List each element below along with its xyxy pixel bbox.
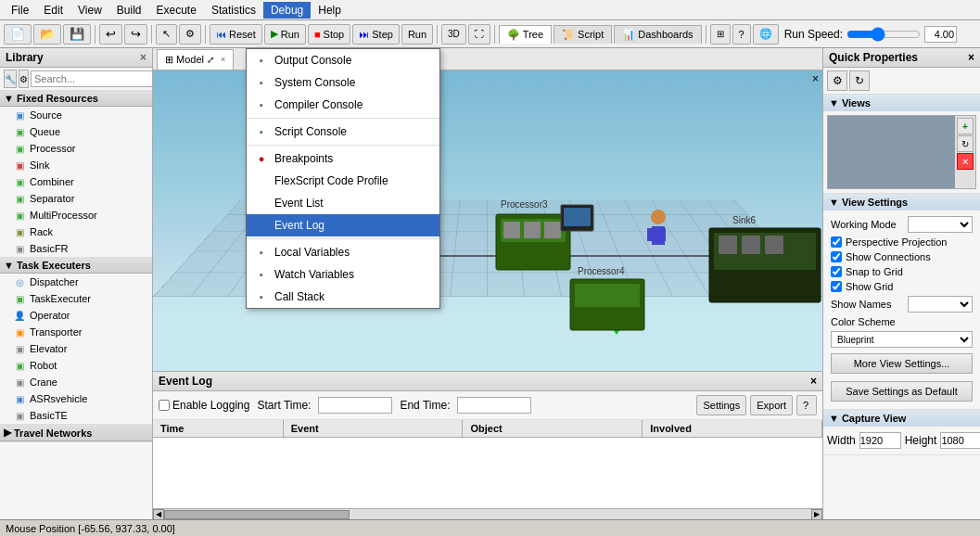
open-button[interactable]: 📂 xyxy=(33,24,61,45)
menu-view[interactable]: View xyxy=(70,2,109,19)
library-item-asrsvehicle[interactable]: ▣ ASRsvehicle xyxy=(0,390,152,407)
task-executers-header[interactable]: ▼ Task Executers xyxy=(0,258,152,274)
more-view-settings-btn[interactable]: More View Settings... xyxy=(831,353,973,374)
menu-debug[interactable]: Debug xyxy=(263,2,311,19)
run-button[interactable]: ▶ Run xyxy=(264,24,306,45)
views-delete-btn[interactable]: ✕ xyxy=(957,153,974,170)
pointer-button[interactable]: ↖ xyxy=(156,24,177,45)
library-item-multiprocessor[interactable]: ▣ MultiProcessor xyxy=(0,207,152,223)
scroll-track[interactable] xyxy=(164,510,811,519)
qp-refresh-btn[interactable]: ↻ xyxy=(849,70,870,91)
call-stack-item[interactable]: ▪ Call Stack xyxy=(247,286,439,308)
library-item-dispatcher[interactable]: ◎ Dispatcher xyxy=(0,274,152,290)
speed-slider[interactable] xyxy=(846,28,921,41)
watch-variables-item[interactable]: ▪ Watch Variables xyxy=(247,263,439,286)
help-event-log-btn[interactable]: ? xyxy=(796,395,817,415)
save-button[interactable]: 💾 xyxy=(63,24,91,45)
compiler-console-item[interactable]: ▪ Compiler Console xyxy=(247,94,439,116)
run2-button[interactable]: Run xyxy=(401,24,433,45)
scroll-left-btn[interactable]: ◀ xyxy=(153,509,164,520)
menu-build[interactable]: Build xyxy=(109,2,149,19)
3d-button2[interactable]: ⛶ xyxy=(468,24,490,45)
travel-networks-header[interactable]: ▶ Travel Networks xyxy=(0,425,152,441)
settings-button[interactable]: Settings xyxy=(696,395,746,415)
views-refresh-btn[interactable]: ↻ xyxy=(957,135,974,152)
library-item-taskexecuter[interactable]: ▣ TaskExecuter xyxy=(0,290,152,307)
perspective-checkbox[interactable] xyxy=(831,236,842,248)
capture-view-section-header[interactable]: ▼ Capture View xyxy=(823,410,980,427)
library-item-elevator[interactable]: ▣ Elevator xyxy=(0,340,152,357)
snap-to-grid-checkbox[interactable] xyxy=(831,266,842,277)
redo-button[interactable]: ↪ xyxy=(124,24,147,45)
menu-help[interactable]: Help xyxy=(311,2,349,19)
views-main[interactable] xyxy=(828,116,955,188)
color-scheme-dropdown[interactable]: Blueprint xyxy=(831,331,973,348)
new-button[interactable]: 📄 xyxy=(4,24,32,45)
menu-edit[interactable]: Edit xyxy=(36,2,70,19)
layout-button[interactable]: ⊞ xyxy=(710,24,731,45)
lib-icon-btn1[interactable]: 🔧 xyxy=(4,70,17,88)
library-search[interactable] xyxy=(31,70,153,87)
library-item-sink[interactable]: ▣ Sink xyxy=(0,157,152,173)
tree-tab[interactable]: 🌳 Tree xyxy=(499,25,552,44)
model-tab-close-icon[interactable]: × xyxy=(221,55,225,64)
library-close[interactable]: × xyxy=(140,51,146,64)
qp-settings-btn[interactable]: ⚙ xyxy=(827,70,847,91)
event-log-item[interactable]: Event Log xyxy=(247,214,439,236)
reset-button[interactable]: ⏮ Reset xyxy=(210,24,262,45)
fixed-resources-header[interactable]: ▼ Fixed Resources xyxy=(0,91,152,107)
scroll-right-btn[interactable]: ▶ xyxy=(811,509,822,520)
show-grid-checkbox[interactable] xyxy=(831,281,842,292)
working-mode-dropdown[interactable] xyxy=(908,216,973,233)
dashboards-tab[interactable]: 📊 Dashboards xyxy=(614,25,701,44)
horizontal-scrollbar[interactable]: ◀ ▶ xyxy=(153,508,822,519)
qp-close[interactable]: × xyxy=(968,51,974,64)
export-button[interactable]: Export xyxy=(750,395,793,415)
lib-icon-btn2[interactable]: ⚙ xyxy=(19,70,29,88)
library-item-basicfr[interactable]: ▣ BasicFR xyxy=(0,240,152,257)
library-item-source[interactable]: ▣ Source xyxy=(0,107,152,123)
end-time-input[interactable] xyxy=(457,397,531,414)
stop-button[interactable]: ■ Stop xyxy=(308,24,350,45)
scroll-thumb[interactable] xyxy=(164,510,350,519)
library-item-queue[interactable]: ▣ Queue xyxy=(0,123,152,140)
menu-statistics[interactable]: Statistics xyxy=(204,2,263,19)
library-item-crane[interactable]: ▣ Crane xyxy=(0,374,152,390)
library-item-processor[interactable]: ▣ Processor xyxy=(0,140,152,157)
library-item-transporter[interactable]: ▣ Transporter xyxy=(0,324,152,340)
local-variables-item[interactable]: ▪ Local Variables xyxy=(247,241,439,263)
library-item-separator[interactable]: ▣ Separator xyxy=(0,190,152,207)
undo-button[interactable]: ↩ xyxy=(99,24,122,45)
start-time-input[interactable] xyxy=(318,397,392,414)
flexscript-profile-item[interactable]: FlexScript Code Profile xyxy=(247,170,439,192)
viewport-close-btn[interactable]: × xyxy=(812,72,819,85)
views-add-btn[interactable]: + xyxy=(957,118,974,134)
event-list-item[interactable]: Event List xyxy=(247,192,439,214)
width-input[interactable] xyxy=(859,432,901,449)
menu-file[interactable]: File xyxy=(4,2,36,19)
output-console-item[interactable]: ▪ Output Console xyxy=(247,49,439,71)
library-item-rack[interactable]: ▣ Rack xyxy=(0,223,152,240)
help-button[interactable]: ? xyxy=(732,24,751,45)
menu-execute[interactable]: Execute xyxy=(149,2,204,19)
library-item-combiner[interactable]: ▣ Combiner xyxy=(0,173,152,190)
3d-button1[interactable]: 3D xyxy=(441,24,466,45)
library-item-basicte[interactable]: ▣ BasicTE xyxy=(0,407,152,424)
model-tab[interactable]: ⊞ Model ⤢ × xyxy=(157,49,234,70)
step-button[interactable]: ⏭ Step xyxy=(352,24,400,45)
height-input[interactable] xyxy=(940,432,980,449)
show-connections-checkbox[interactable] xyxy=(831,251,842,262)
script-console-item[interactable]: ▪ Script Console xyxy=(247,121,439,143)
library-item-operator[interactable]: 👤 Operator xyxy=(0,307,152,324)
show-names-dropdown[interactable] xyxy=(908,296,973,313)
enable-logging-checkbox[interactable] xyxy=(159,400,170,411)
build-mode-button[interactable]: ⚙ xyxy=(179,24,201,45)
script-tab[interactable]: 📜 Script xyxy=(554,25,612,44)
library-item-robot[interactable]: ▣ Robot xyxy=(0,357,152,374)
web-button[interactable]: 🌐 xyxy=(753,24,779,45)
breakpoints-item[interactable]: ● Breakpoints xyxy=(247,147,439,170)
save-settings-btn[interactable]: Save Settings as Default xyxy=(831,381,973,402)
views-section-header[interactable]: ▼ Views xyxy=(823,95,980,111)
speed-value[interactable] xyxy=(924,26,957,43)
system-console-item[interactable]: ▪ System Console xyxy=(247,71,439,94)
